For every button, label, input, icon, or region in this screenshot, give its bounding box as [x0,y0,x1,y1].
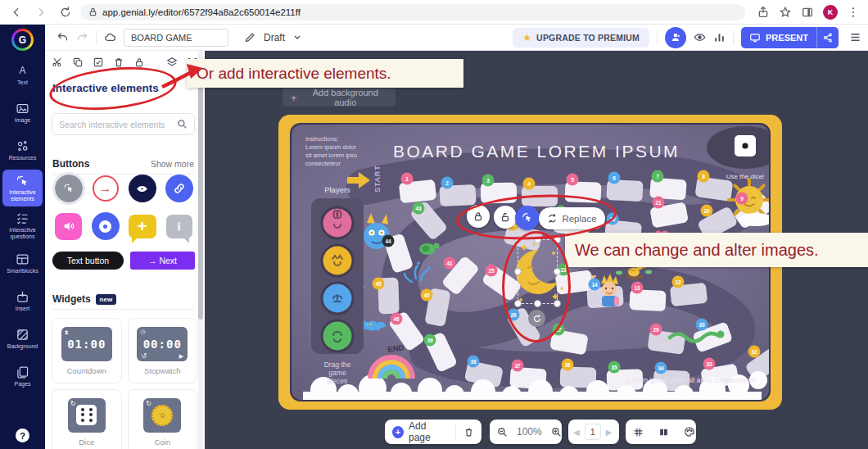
resize-handle[interactable] [554,236,561,243]
present-button[interactable]: PRESENT [741,27,816,48]
browser-bar: app.genial.ly/editor/6572f94a8a2c650014e… [0,0,868,25]
profile-avatar[interactable]: K [823,5,838,20]
widget-countdown[interactable]: ⧗01:00Countdown [52,318,122,383]
widgets-section-header: Widgetsnew [52,293,194,310]
cut-icon[interactable] [52,57,63,68]
preview-eye-icon[interactable] [694,31,706,43]
search-input[interactable] [59,120,177,129]
resize-handle[interactable] [554,300,561,307]
sidebar-item-interactive-questions[interactable]: Interactivequestions [2,207,43,244]
zoom-out-button[interactable] [490,420,515,444]
forward-icon[interactable] [34,6,47,19]
panel-title: Interactive elements [52,82,159,94]
svg-text:25: 25 [488,268,495,274]
sidebar-item-smartblocks[interactable]: Smartblocks [2,245,43,282]
edit-pencil-icon[interactable] [244,31,256,43]
share-button[interactable] [816,27,839,48]
panel-scrollbar[interactable] [198,51,203,449]
browser-menu-icon[interactable] [847,6,860,19]
interactivity-button[interactable] [515,206,540,230]
address-bar[interactable]: app.genial.ly/editor/6572f94a8a2c650014e… [80,4,745,20]
link-button[interactable] [165,174,194,203]
upgrade-premium-button[interactable]: ★ UPGRADE TO PREMIUM [513,28,649,48]
ring-button[interactable] [91,211,120,241]
sidebar-item-pages[interactable]: Pages [2,358,43,395]
sidebar-item-label: Smartblocks [7,268,38,274]
rotate-handle[interactable] [528,310,545,327]
arrow-button[interactable]: → [91,174,120,203]
paste-check-icon[interactable] [93,57,104,68]
undo-icon[interactable] [57,31,69,43]
lock-button[interactable] [467,205,490,228]
svg-text:39: 39 [427,338,433,343]
side-panel-icon[interactable] [801,6,814,19]
annotation-note-interactive: Or add interactive elements. [187,59,463,88]
sidebar-item-label: Pages [15,381,31,388]
doc-title-input[interactable] [124,29,228,47]
sidebar-item-insert[interactable]: Insert [2,283,43,320]
refresh-icon[interactable] [59,6,72,19]
add-background-audio-button[interactable]: + Add background audio [283,88,396,107]
chevron-down-icon[interactable] [292,31,302,43]
resize-handle[interactable] [514,268,522,275]
search-box[interactable] [52,113,195,135]
next-button[interactable]: → Next [130,252,195,270]
layers-icon[interactable] [166,57,178,68]
show-more-link[interactable]: Show more [151,159,194,169]
resize-handle[interactable] [514,236,522,243]
widget-dice[interactable]: ↻Dice [52,389,122,449]
bookmark-star-icon[interactable] [779,6,792,19]
speaker-button[interactable] [54,211,84,241]
widget-stopwatch[interactable]: ◷↺▶00:00Stopwatch [128,318,198,383]
collaborators-button[interactable] [665,27,686,48]
resize-handle[interactable] [554,268,561,275]
plus-bubble-button[interactable]: + [128,211,157,241]
theme-colors-button[interactable] [676,420,703,444]
svg-text:33: 33 [706,361,712,367]
layout-view-button[interactable] [651,420,676,444]
new-badge: new [96,294,117,305]
grid-view-button[interactable] [626,420,651,444]
replace-button[interactable]: Replace [539,207,605,229]
editor-canvas[interactable]: + Add background audio 12345678912131415… [205,51,868,449]
main-menu-icon[interactable] [849,31,861,43]
sidebar-item-image[interactable]: Image [2,94,43,131]
resize-handle[interactable] [514,300,522,307]
sidebar-item-interactive-elements[interactable]: Interactiveelements [2,170,43,206]
text-button[interactable]: Text button [52,252,124,270]
tap-button[interactable] [54,174,84,203]
zoom-in-button[interactable] [544,420,569,444]
duplicate-icon[interactable] [72,57,84,68]
pages-icon [16,365,29,379]
view-options-group [626,420,696,444]
zoom-in-icon [551,427,562,438]
prev-page-button[interactable]: ◀ [568,420,585,444]
add-page-button[interactable]: +Add page [385,420,455,444]
layout-icon [658,427,669,438]
sidebar-item-text[interactable]: AText [2,57,43,93]
sidebar-item-resources[interactable]: Resources [2,132,43,169]
widget-coin[interactable]: ↻☺Coin [128,389,198,449]
next-page-button[interactable]: ▶ [601,420,617,444]
back-icon[interactable] [10,6,23,19]
info-bubble-button[interactable]: i [165,211,194,241]
delete-page-button[interactable] [456,420,481,444]
share-page-icon[interactable] [757,6,770,19]
annotation-note-images: We can change and alter images. [565,233,868,267]
sidebar-item-label: Background [7,343,38,350]
svg-text:15: 15 [560,267,567,273]
image-selection-box[interactable] [518,239,558,304]
share-nodes-icon [822,32,834,43]
resize-handle[interactable] [534,236,541,243]
eye-button[interactable] [128,174,157,203]
genially-logo[interactable]: G [11,29,34,51]
lock-icon[interactable] [133,57,145,68]
analytics-icon[interactable] [713,31,726,43]
redo-icon[interactable] [76,31,88,43]
resize-handle[interactable] [534,300,541,307]
sidebar-item-background[interactable]: Background [2,320,43,357]
delete-icon[interactable] [113,57,124,68]
unlock-button[interactable] [494,206,517,229]
svg-text:37: 37 [514,363,521,369]
help-button[interactable]: ? [16,429,29,442]
